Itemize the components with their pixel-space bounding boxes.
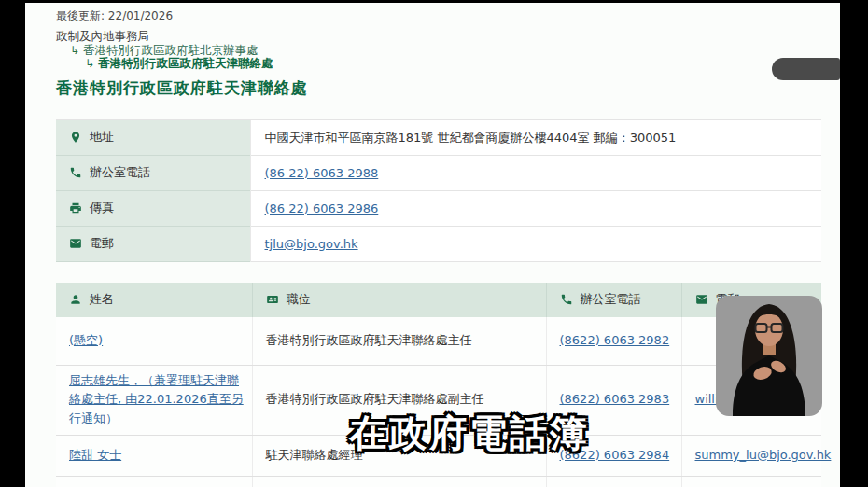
- office-email-link[interactable]: tjlu@bjo.gov.hk: [265, 237, 358, 251]
- last-updated-text: 最後更新: 22/01/2026: [56, 8, 173, 24]
- page-title: 香港特別行政區政府駐天津聯絡處: [56, 77, 308, 99]
- table-row: 李瑞璇 女士 駐天津聯絡處行政助理 (8622) 6063 2985 lisa_…: [56, 476, 821, 487]
- sign-language-interpreter: [716, 296, 822, 416]
- breadcrumb-beijing-office-link[interactable]: 香港特別行政區政府駐北京辦事處: [83, 43, 259, 57]
- video-frame: 最後更新: 22/01/2026 政制及內地事務局 ↳香港特別行政區政府駐北京辦…: [0, 0, 868, 487]
- breadcrumb-level-3: ↳香港特別行政區政府駐天津聯絡處: [56, 57, 273, 71]
- staff-name-link[interactable]: 屈志雄先生，（兼署理駐天津聯絡處主任, 由22.01.2026直至另行通知）: [69, 373, 244, 426]
- location-pin-icon: [69, 131, 82, 144]
- contact-label: 傳真: [90, 200, 114, 216]
- contact-row-fax: 傳真 (86 22) 6063 2986: [56, 191, 821, 227]
- sign-language-interpreter-figure: [716, 296, 822, 416]
- pillarbox-right: [840, 0, 868, 487]
- staff-position: 駐天津聯絡處經理: [266, 448, 363, 462]
- contact-row-email: 電郵 tjlu@bjo.gov.hk: [56, 227, 821, 262]
- contact-row-address: 地址 中國天津市和平區南京路181號 世紀都會商廈辦公樓4404室 郵編：300…: [56, 120, 821, 156]
- breadcrumb-tianjin-office-link[interactable]: 香港特別行政區政府駐天津聯絡處: [98, 56, 273, 70]
- contact-row-phone: 辦公室電話 (86 22) 6063 2988: [56, 156, 821, 191]
- office-phone-link[interactable]: (86 22) 6063 2988: [265, 166, 379, 180]
- column-header-position: 職位: [287, 291, 311, 308]
- breadcrumb-level-2: ↳香港特別行政區政府駐北京辦事處: [56, 44, 273, 58]
- staff-header-row: 姓名 職位 辦公室電話 電郵: [56, 283, 821, 317]
- id-card-icon: [266, 293, 279, 306]
- fax-link[interactable]: (86 22) 6063 2986: [265, 202, 379, 216]
- staff-email-link[interactable]: summy_lu@bjo.gov.hk: [695, 448, 832, 462]
- breadcrumb: 政制及內地事務局 ↳香港特別行政區政府駐北京辦事處 ↳香港特別行政區政府駐天津聯…: [56, 30, 273, 71]
- phone-icon: [69, 166, 82, 179]
- breadcrumb-bureau: 政制及內地事務局: [56, 30, 273, 44]
- staff-position: 香港特別行政區政府駐天津聯絡處主任: [266, 333, 472, 347]
- video-ui-pill: [772, 58, 840, 80]
- staff-phone-link[interactable]: (8622) 6063 2982: [560, 333, 670, 347]
- branch-arrow-icon: ↳: [85, 57, 94, 70]
- branch-arrow-icon: ↳: [70, 44, 79, 57]
- envelope-icon: [695, 293, 708, 306]
- staff-phone-link[interactable]: (8622) 6063 2983: [560, 392, 670, 406]
- address-value: 中國天津市和平區南京路181號 世紀都會商廈辦公樓4404室 郵編：300051: [265, 131, 677, 145]
- fax-icon: [69, 202, 82, 215]
- table-row: (懸空) 香港特別行政區政府駐天津聯絡處主任 (8622) 6063 2982: [56, 317, 821, 365]
- column-header-name: 姓名: [90, 291, 114, 308]
- office-contact-table: 地址 中國天津市和平區南京路181號 世紀都會商廈辦公樓4404室 郵編：300…: [56, 119, 821, 262]
- staff-position: 香港特別行政區政府駐天津聯絡處副主任: [266, 392, 484, 406]
- contact-label: 地址: [90, 129, 114, 146]
- phone-icon: [560, 293, 573, 306]
- pillarbox-left: [0, 0, 25, 487]
- top-letterbox: [0, 0, 868, 3]
- contact-label: 電郵: [90, 235, 114, 252]
- column-header-phone: 辦公室電話: [581, 291, 641, 308]
- person-icon: [69, 293, 82, 306]
- subtitle-overlay: 在政府電話簿: [349, 408, 590, 459]
- staff-name-link[interactable]: 陸甜 女士: [69, 448, 121, 462]
- staff-name-link[interactable]: (懸空): [69, 333, 103, 347]
- envelope-icon: [69, 237, 82, 250]
- contact-label: 辦公室電話: [90, 164, 150, 181]
